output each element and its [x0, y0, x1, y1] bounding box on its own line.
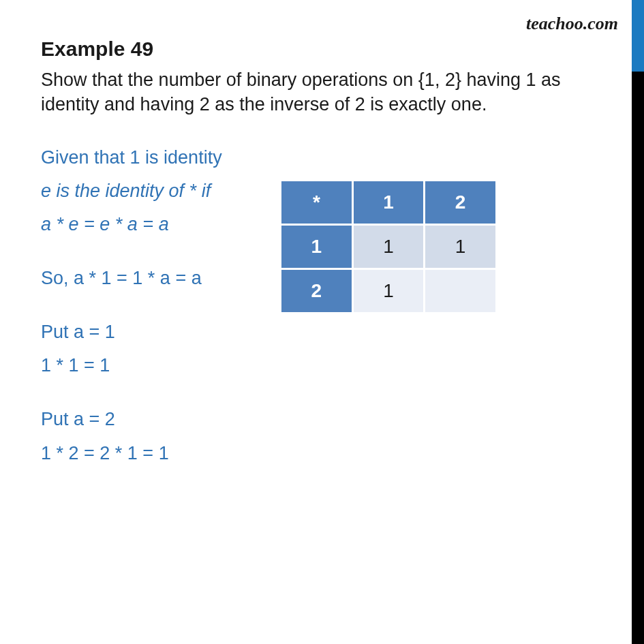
step-put-a2: Put a = 2	[41, 408, 579, 431]
accent-bar-bottom	[632, 72, 644, 644]
accent-bar-top	[632, 0, 644, 72]
table-header-2: 2	[425, 181, 495, 224]
table-cell-1-1: 1	[354, 226, 424, 268]
operation-table: * 1 2 1 1 1 2 1	[279, 179, 497, 314]
watermark: teachoo.com	[526, 14, 618, 34]
table-cell-1-2: 1	[425, 226, 495, 268]
step-so: So, a * 1 = 1 * a = a	[41, 266, 259, 290]
table-rowhead-2: 2	[281, 270, 352, 312]
example-title: Example 49	[41, 37, 579, 61]
step-result-2: 1 * 2 = 2 * 1 = 1	[41, 442, 579, 465]
step-given: Given that 1 is identity	[41, 146, 579, 170]
table-cell-2-1: 1	[354, 270, 424, 312]
step-put-a1: Put a = 1	[41, 320, 579, 344]
table-rowhead-1: 1	[281, 226, 352, 268]
problem-statement: Show that the number of binary operation…	[41, 67, 579, 117]
table-cell-2-2	[425, 270, 495, 312]
page-content: Example 49 Show that the number of binar…	[0, 0, 620, 495]
step-identity-eq: a * e = e * a = a	[41, 213, 259, 236]
step-definition: e is the identity of * if	[41, 179, 259, 203]
table-header-1: 1	[354, 181, 424, 224]
step-result-1: 1 * 1 = 1	[41, 354, 579, 378]
table-header-op: *	[281, 181, 352, 224]
